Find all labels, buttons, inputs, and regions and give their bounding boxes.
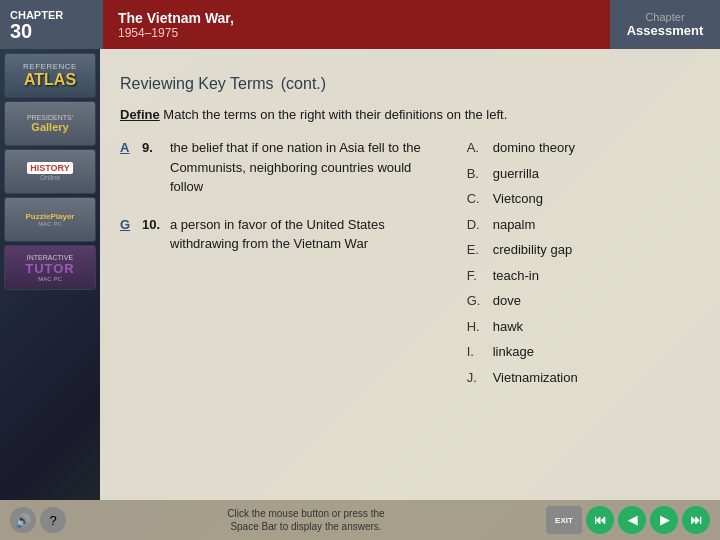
questions-column: A 9. the belief that if one nation in As…	[120, 138, 447, 393]
define-instruction: Define Match the terms on the right with…	[120, 106, 700, 124]
history-logo: HISTORY	[27, 162, 73, 174]
question-item-10: G 10. a person in favor of the United St…	[120, 215, 447, 254]
term-j: Vietnamization	[493, 368, 578, 388]
help-icon[interactable]: ?	[40, 507, 66, 533]
tutor-pc-label: PC	[54, 276, 62, 282]
exit-button[interactable]: EXIT	[546, 506, 582, 534]
instruction-line1: Click the mouse button or press the	[227, 508, 384, 519]
chapter-block: CHAPTER 30	[0, 0, 103, 49]
title-sub: 1954–1975	[118, 26, 595, 40]
q-number-9: 9.	[142, 138, 164, 197]
tutor-mac-label: MAC	[38, 276, 51, 282]
chapter-label: CHAPTER	[10, 9, 93, 21]
letter-h: H.	[467, 317, 485, 337]
pc-label: PC	[54, 221, 62, 227]
answer-item-h: H. hawk	[467, 317, 700, 337]
left-sidebar: Reference ATLAS PRESIDENTS' Gallery HIST…	[0, 49, 100, 500]
answer-item-a: A. domino theory	[467, 138, 700, 158]
answers-column: A. domino theory B. guerrilla C. Vietcon…	[467, 138, 700, 393]
letter-a: A.	[467, 138, 485, 158]
term-g: dove	[493, 291, 521, 311]
sidebar-item-presidents-gallery[interactable]: PRESIDENTS' Gallery	[4, 101, 96, 146]
tutor-text: TUTOR	[25, 261, 75, 276]
answer-item-j: J. Vietnamization	[467, 368, 700, 388]
page-title-cont: (cont.)	[281, 75, 326, 92]
title-main: The Vietnam War,	[118, 10, 595, 26]
sidebar-item-reference-atlas[interactable]: Reference ATLAS	[4, 53, 96, 98]
term-d: napalm	[493, 215, 536, 235]
gallery-label: Gallery	[31, 121, 68, 133]
forward-forward-button[interactable]: ⏭	[682, 506, 710, 534]
online-label: Online	[40, 174, 60, 181]
answer-item-b: B. guerrilla	[467, 164, 700, 184]
sound-icon[interactable]: 🔊	[10, 507, 36, 533]
term-i: linkage	[493, 342, 534, 362]
letter-f: F.	[467, 266, 485, 286]
term-e: credibility gap	[493, 240, 573, 260]
q-text-10: a person in favor of the United States w…	[170, 215, 447, 254]
q-number-10: 10.	[142, 215, 164, 254]
define-label: Define	[120, 107, 160, 122]
nav-buttons: EXIT ⏮ ◀ ▶ ⏭	[546, 506, 710, 534]
title-block: The Vietnam War, 1954–1975	[103, 0, 610, 49]
forward-button[interactable]: ▶	[650, 506, 678, 534]
q-text-9: the belief that if one nation in Asia fe…	[170, 138, 447, 197]
sidebar-item-interactive-tutor[interactable]: Interactive TUTOR MAC PC	[4, 245, 96, 290]
back-button[interactable]: ◀	[618, 506, 646, 534]
letter-e: E.	[467, 240, 485, 260]
term-c: Vietcong	[493, 189, 543, 209]
bottom-instruction: Click the mouse button or press the Spac…	[66, 507, 546, 533]
interactive-label: Interactive	[27, 254, 73, 261]
letter-d: D.	[467, 215, 485, 235]
letter-j: J.	[467, 368, 485, 388]
reference-label: Reference	[23, 62, 77, 71]
term-h: hawk	[493, 317, 523, 337]
atlas-logo: ATLAS	[24, 71, 76, 89]
page-title-text: Reviewing Key Terms	[120, 75, 274, 92]
page-title: Reviewing Key Terms (cont.)	[120, 65, 700, 96]
puzzle-text: PuzzlePlayer	[26, 212, 75, 221]
answer-item-f: F. teach-in	[467, 266, 700, 286]
presidents-label: PRESIDENTS'	[27, 114, 73, 121]
letter-b: B.	[467, 164, 485, 184]
top-bar: CHAPTER 30 The Vietnam War, 1954–1975 Ch…	[0, 0, 720, 49]
term-f: teach-in	[493, 266, 539, 286]
bottom-bar: 🔊 ? Click the mouse button or press the …	[0, 500, 720, 540]
assessment-block[interactable]: Chapter Assessment	[610, 0, 720, 49]
answer-10: G	[120, 215, 136, 254]
instruction-line2: Space Bar to display the answers.	[230, 521, 381, 532]
letter-g: G.	[467, 291, 485, 311]
answer-item-g: G. dove	[467, 291, 700, 311]
answer-item-c: C. Vietcong	[467, 189, 700, 209]
sidebar-item-history-online[interactable]: HISTORY Online	[4, 149, 96, 194]
main-content: Reviewing Key Terms (cont.) Define Match…	[100, 49, 720, 500]
question-item-9: A 9. the belief that if one nation in As…	[120, 138, 447, 197]
bottom-left-icons: 🔊 ?	[10, 507, 66, 533]
assessment-label: Chapter	[645, 11, 684, 23]
sidebar-item-puzzle-player[interactable]: PuzzlePlayer MAC PC	[4, 197, 96, 242]
answer-9: A	[120, 138, 136, 197]
letter-c: C.	[467, 189, 485, 209]
chapter-number: 30	[10, 21, 93, 41]
letter-i: I.	[467, 342, 485, 362]
mac-pc-row: MAC PC	[38, 221, 62, 227]
term-b: guerrilla	[493, 164, 539, 184]
answer-item-d: D. napalm	[467, 215, 700, 235]
tutor-mac-pc-row: MAC PC	[38, 276, 62, 282]
term-a: domino theory	[493, 138, 575, 158]
back-back-button[interactable]: ⏮	[586, 506, 614, 534]
answer-item-i: I. linkage	[467, 342, 700, 362]
answer-item-e: E. credibility gap	[467, 240, 700, 260]
define-text: Match the terms on the right with their …	[163, 107, 507, 122]
assessment-title: Assessment	[627, 23, 704, 38]
mac-label: MAC	[38, 221, 51, 227]
questions-answers-container: A 9. the belief that if one nation in As…	[120, 138, 700, 393]
